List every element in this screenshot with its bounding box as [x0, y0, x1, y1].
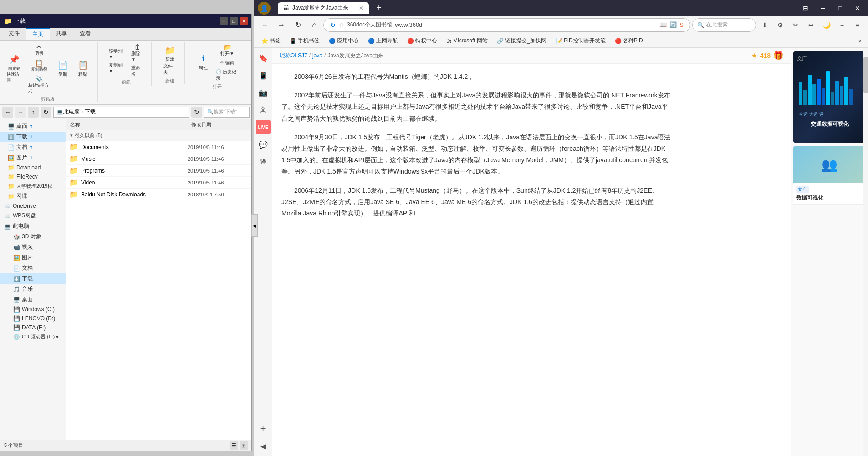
bookmark-microsoft[interactable]: 🗂 Microsoft 网站	[443, 36, 491, 46]
add-tab-button[interactable]: +	[835, 18, 849, 32]
paste-button[interactable]: 📋 粘贴	[74, 59, 92, 79]
menu-button[interactable]: ≡	[851, 18, 864, 32]
home-button[interactable]: ⌂	[307, 18, 322, 32]
tool-chat-btn[interactable]: 💬	[256, 137, 271, 152]
tool-translate-btn[interactable]: 译	[256, 154, 271, 169]
favorites-button[interactable]: ✂	[789, 18, 802, 32]
sidebar-item-pics[interactable]: 🖼️ 图片	[0, 252, 66, 263]
file-item-documents[interactable]: 📁 Documents 2019/10/5 11:46	[66, 141, 251, 153]
forward-button[interactable]: →	[274, 18, 289, 32]
sidebar-item-documents[interactable]: 📄 文档 ⬆	[0, 142, 66, 153]
sidebar-item-video[interactable]: 📹 视频	[0, 242, 66, 252]
browser-minimize-button[interactable]: ─	[816, 1, 830, 15]
grid-view-button[interactable]: ⊞	[240, 441, 248, 450]
sidebar-item-wps[interactable]: ☁️ WPS网盘	[0, 210, 66, 221]
download-manager-button[interactable]: ⬇	[758, 18, 771, 32]
sidebar-item-drive-f[interactable]: 💿 CD 驱动器 (F:) ▾	[0, 332, 66, 342]
nav-up-button[interactable]: ↑	[28, 107, 39, 118]
history-button[interactable]: 🕐 历史记录	[214, 68, 240, 82]
new-folder-button[interactable]: 📁 新建 文件夹	[161, 44, 179, 77]
breadcrumb-author[interactable]: 昵称OLSJ7	[280, 52, 307, 60]
browser-close-button[interactable]: ✕	[851, 1, 864, 15]
tool-mobile-btn[interactable]: 📱	[256, 68, 271, 82]
paste-shortcut-button[interactable]: 📎 粘贴快捷方式	[26, 74, 52, 95]
bookmark-vip[interactable]: 🔴 特权中心	[403, 36, 441, 46]
nav-refresh-button[interactable]: ↻	[41, 107, 51, 118]
sidebar-item-desktop2[interactable]: 🖥️ 桌面	[0, 294, 66, 305]
undo-button[interactable]: ↩	[804, 18, 818, 32]
copy-path-button[interactable]: 📋 复制路径	[26, 58, 52, 73]
browser-restore-button[interactable]: □	[833, 1, 847, 15]
file-item-music[interactable]: 📁 Music 2019/10/5 11:46	[66, 153, 251, 165]
bookmark-apps[interactable]: 🔵 应用中心	[325, 36, 363, 46]
sidebar-item-thispc[interactable]: 💻 此电脑	[0, 221, 66, 231]
nav-back-button[interactable]: ←	[2, 107, 13, 118]
tool-collapse-btn[interactable]: ◀	[256, 439, 271, 453]
sidebar-item-physics[interactable]: 📁 大学物理2019秋	[0, 181, 66, 191]
group-header[interactable]: ▾ 很久以前 (5)	[66, 130, 251, 141]
bookmark-bookmarks[interactable]: ⭐ 书签	[258, 36, 284, 46]
new-tab-button[interactable]: +	[373, 2, 385, 15]
pin-button[interactable]: 📌 固定到 快速访问	[4, 53, 25, 85]
ad-traffic[interactable]: 文广	[793, 51, 866, 143]
rename-button[interactable]: 重命名	[129, 64, 146, 78]
sidebar-item-onedrive[interactable]: ☁️ OneDrive	[0, 201, 66, 210]
nav-forward-button[interactable]: →	[15, 107, 26, 118]
extensions-button[interactable]: ⚙	[773, 18, 787, 32]
sidebar-item-drive-c[interactable]: 💾 Windows (C:)	[0, 305, 66, 314]
edit-button[interactable]: ✏ 编辑	[214, 59, 240, 67]
browser-scrollbar-track[interactable]	[863, 48, 868, 456]
sidebar-item-drive-d[interactable]: 💾 LENOVO (D:)	[0, 314, 66, 323]
tab-home[interactable]: 主页	[26, 28, 50, 40]
file-item-programs[interactable]: 📁 Programs 2019/10/5 11:46	[66, 165, 251, 177]
sidebar-item-netclass[interactable]: 📁 网课	[0, 191, 66, 201]
breadcrumb-category[interactable]: java	[312, 52, 322, 59]
col-name-header[interactable]: 名称	[66, 120, 188, 129]
panel-collapse-button[interactable]: ◀	[251, 214, 258, 237]
address-refresh-button[interactable]: ↻	[191, 107, 202, 118]
tab-file[interactable]: 文件	[2, 28, 26, 40]
bookmark-link-submit[interactable]: 🔗 链接提交_加快网	[493, 36, 550, 46]
sidebar-item-dl-folder[interactable]: 📁 Download	[0, 163, 66, 172]
tab-share[interactable]: 共享	[50, 28, 73, 40]
open-button[interactable]: 📂 打开▼	[214, 42, 240, 58]
search-box[interactable]: 🔍 搜索"下载"	[204, 107, 250, 118]
sidebar-item-3d[interactable]: 🎲 3D 对象	[0, 231, 66, 242]
cut-button[interactable]: ✂ 剪切	[26, 42, 52, 57]
list-view-button[interactable]: ☰	[230, 441, 238, 450]
properties-button[interactable]: ℹ 属性	[194, 52, 212, 72]
file-item-video[interactable]: 📁 Video 2019/10/5 11:46	[66, 177, 251, 189]
tool-text-btn[interactable]: 文	[256, 102, 271, 117]
sidebar-item-download[interactable]: ⬇️ 下载 ⬆	[0, 132, 66, 142]
active-tab[interactable]: 🏛 Java发展史之Java由来 ✕	[278, 2, 369, 14]
bookmark-pid2[interactable]: 🔴 各种PID	[611, 36, 647, 46]
ad-dataviz[interactable]: 👥 文广 数据可视化	[793, 146, 866, 205]
file-item-baidu[interactable]: 📁 Baidu Net Disk Downloads 2018/10/21 7:…	[66, 189, 251, 200]
move-to-button[interactable]: 移动到▼	[107, 47, 128, 60]
search-bar[interactable]: 🔍 在此搜索	[692, 18, 756, 32]
close-button[interactable]: ✕	[240, 17, 248, 25]
refresh-button[interactable]: ↻	[291, 18, 305, 32]
maximize-button[interactable]: □	[230, 17, 238, 25]
back-button[interactable]: ←	[258, 18, 272, 32]
delete-button[interactable]: 🗑 删除▼	[129, 42, 146, 63]
sidebar-item-docs[interactable]: 📄 文档	[0, 263, 66, 273]
tool-bookmark-btn[interactable]: 🔖	[256, 51, 271, 65]
minimize-button[interactable]: ─	[220, 17, 228, 25]
address-bar-browser[interactable]: ↻ ☆ 360doc个人图书馆 www.360d 📖 🔄 S	[323, 18, 690, 32]
sidebar-item-pictures[interactable]: 🖼️ 图片 ⬆	[0, 153, 66, 163]
darkmode-button[interactable]: 🌙	[820, 18, 833, 32]
tab-close-button[interactable]: ✕	[359, 5, 363, 11]
tab-view[interactable]: 查看	[73, 28, 97, 40]
bookmark-nav[interactable]: 🔵 上网导航	[364, 36, 402, 46]
copy-button[interactable]: 📄 复制	[54, 59, 72, 79]
col-date-header[interactable]: 修改日期	[188, 120, 251, 129]
sidebar-item-downloads2[interactable]: ⬇️ 下载	[0, 273, 66, 284]
address-box[interactable]: 💻 此电脑 › 下载	[53, 107, 189, 118]
sidebar-toggle-button[interactable]: ⊟	[799, 1, 812, 15]
sidebar-item-drive-e[interactable]: 💾 DATA (E:)	[0, 323, 66, 332]
tool-add-btn[interactable]: +	[256, 421, 271, 436]
tool-camera-btn[interactable]: 📷	[256, 85, 271, 100]
browser-scrollbar-thumb[interactable]	[863, 57, 868, 93]
bookmarks-more-button[interactable]: »	[856, 36, 864, 46]
